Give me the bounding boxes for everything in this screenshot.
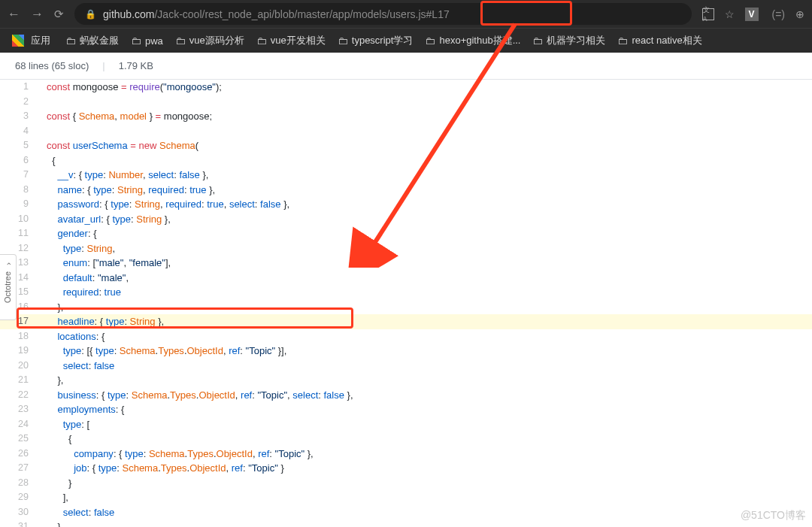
line-number[interactable]: 21 (0, 373, 39, 388)
line-content[interactable]: required: true (39, 285, 812, 300)
folder-icon: 🗀 (65, 35, 76, 47)
profile-icon[interactable]: ⊕ (795, 8, 804, 20)
folder-icon: 🗀 (532, 35, 543, 47)
translate-icon[interactable]: 文A (702, 8, 714, 20)
line-number[interactable]: 30 (0, 505, 39, 520)
bookmark-folder[interactable]: 🗀vue开发相关 (250, 32, 332, 50)
line-content[interactable]: business: { type: Schema.Types.ObjectId,… (39, 388, 812, 403)
bookmark-folder[interactable]: 🗀pwa (125, 32, 169, 50)
line-number[interactable]: 9 (0, 197, 39, 212)
star-icon[interactable]: ☆ (725, 8, 735, 20)
bookmark-label: hexo+github搭建... (439, 34, 520, 47)
line-number[interactable]: 2 (0, 95, 39, 110)
line-content[interactable]: type: String, (39, 241, 812, 256)
code-line: 30 select: false (0, 505, 812, 520)
bookmark-label: vue源码分析 (189, 34, 244, 47)
code-line: 15 required: true (0, 285, 812, 300)
code-line: 16 }, (0, 300, 812, 315)
file-lines: 68 lines (65 sloc) (15, 60, 89, 71)
line-content[interactable]: type: [{ type: Schema.Types.ObjectId, re… (39, 344, 812, 359)
code-viewer: 1const mongoose = require("mongoose");23… (0, 80, 812, 527)
bookmark-folder[interactable]: 🗀vue源码分析 (169, 32, 250, 50)
line-content[interactable]: employments: { (39, 402, 812, 417)
line-number[interactable]: 18 (0, 329, 39, 344)
line-content[interactable]: headline: { type: String }, (39, 314, 812, 329)
code-line: 14 default: "male", (0, 271, 812, 286)
line-number[interactable]: 23 (0, 402, 39, 417)
line-content[interactable]: const userSchema = new Schema( (39, 138, 812, 153)
line-number[interactable]: 10 (0, 212, 39, 227)
line-number[interactable]: 29 (0, 490, 39, 505)
line-content[interactable]: avatar_url: { type: String }, (39, 212, 812, 227)
line-content[interactable] (39, 95, 812, 110)
line-content[interactable]: }, (39, 373, 812, 388)
reload-button[interactable]: ⟳ (54, 8, 64, 21)
code-line: 26 company: { type: Schema.Types.ObjectI… (0, 447, 812, 462)
line-number[interactable]: 20 (0, 359, 39, 374)
code-line: 21 }, (0, 373, 812, 388)
line-content[interactable]: { (39, 432, 812, 447)
line-content[interactable] (39, 124, 812, 139)
folder-icon: 🗀 (131, 35, 141, 47)
folder-icon: 🗀 (425, 35, 435, 47)
forward-button[interactable]: → (31, 7, 44, 22)
line-number[interactable]: 31 (0, 519, 39, 527)
file-size: 1.79 KB (119, 60, 153, 71)
apps-shortcut[interactable]: 应用 (6, 32, 56, 50)
line-content[interactable]: default: "male", (39, 271, 812, 286)
line-content[interactable]: }, (39, 300, 812, 315)
extension-v-icon[interactable]: V (745, 8, 759, 21)
line-content[interactable]: } (39, 476, 812, 491)
line-content[interactable]: select: false (39, 359, 812, 374)
line-number[interactable]: 1 (0, 80, 39, 95)
bookmark-folder[interactable]: 🗀蚂蚁金服 (59, 32, 125, 50)
code-line: 12 type: String, (0, 241, 812, 256)
line-number[interactable]: 22 (0, 388, 39, 403)
line-content[interactable]: const { Schema, model } = mongoose; (39, 109, 812, 124)
line-content[interactable]: locations: { (39, 329, 812, 344)
octotree-toggle[interactable]: › Octotree (0, 254, 17, 320)
line-number[interactable]: 27 (0, 461, 39, 476)
lock-icon: 🔒 (85, 9, 96, 20)
line-content[interactable]: select: false (39, 505, 812, 520)
line-content[interactable]: enum: ["male", "female"], (39, 256, 812, 271)
line-content[interactable]: job: { type: Schema.Types.ObjectId, ref:… (39, 461, 812, 476)
line-content[interactable]: password: { type: String, required: true… (39, 197, 812, 212)
bookmark-label: 蚂蚁金服 (80, 34, 119, 47)
line-number[interactable]: 6 (0, 153, 39, 168)
code-line: 25 { (0, 432, 812, 447)
code-line: 8 name: { type: String, required: true }… (0, 183, 812, 198)
line-content[interactable]: type: [ (39, 417, 812, 432)
line-number[interactable]: 19 (0, 344, 39, 359)
url-bar[interactable]: 🔒 github.com/Jack-cool/rest_node_api/blo… (74, 3, 692, 25)
line-number[interactable]: 28 (0, 476, 39, 491)
line-content[interactable]: }, (39, 519, 812, 527)
line-number[interactable]: 4 (0, 124, 39, 139)
line-content[interactable]: const mongoose = require("mongoose"); (39, 80, 812, 95)
bookmark-folder[interactable]: 🗀typescript学习 (332, 32, 420, 50)
code-line: 11 gender: { (0, 226, 812, 241)
bookmark-folder[interactable]: 🗀hexo+github搭建... (419, 32, 526, 50)
code-line: 6 { (0, 153, 812, 168)
extension-icon[interactable]: (=) (772, 8, 786, 20)
line-number[interactable]: 8 (0, 183, 39, 198)
line-number[interactable]: 3 (0, 109, 39, 124)
bookmark-folder[interactable]: 🗀react native相关 (611, 32, 707, 50)
code-line: 4 (0, 124, 812, 139)
folder-icon: 🗀 (175, 35, 186, 47)
line-content[interactable]: { (39, 153, 812, 168)
line-number[interactable]: 11 (0, 226, 39, 241)
line-content[interactable]: name: { type: String, required: true }, (39, 183, 812, 198)
line-number[interactable]: 5 (0, 138, 39, 153)
line-content[interactable]: __v: { type: Number, select: false }, (39, 168, 812, 183)
line-number[interactable]: 26 (0, 447, 39, 462)
line-content[interactable]: company: { type: Schema.Types.ObjectId, … (39, 447, 812, 462)
back-button[interactable]: ← (8, 7, 20, 22)
line-content[interactable]: ], (39, 490, 812, 505)
bookmark-folder[interactable]: 🗀机器学习相关 (526, 32, 611, 50)
line-number[interactable]: 7 (0, 168, 39, 183)
bookmark-label: typescript学习 (352, 34, 414, 47)
line-number[interactable]: 25 (0, 432, 39, 447)
line-number[interactable]: 24 (0, 417, 39, 432)
line-content[interactable]: gender: { (39, 226, 812, 241)
